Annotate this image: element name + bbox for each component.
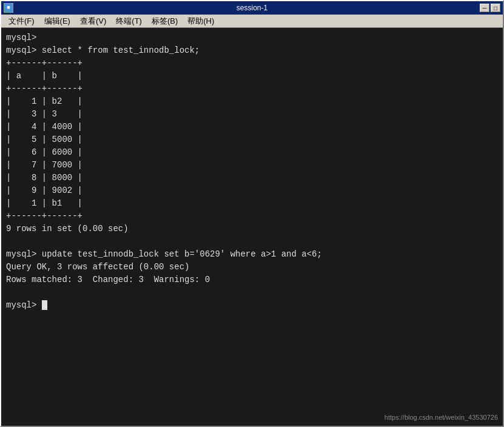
- maximize-button[interactable]: □: [491, 4, 500, 12]
- menu-help[interactable]: 帮助(H): [183, 15, 219, 28]
- menu-tabs[interactable]: 标签(B): [147, 15, 183, 28]
- menu-bar: 文件(F) 编辑(E) 查看(V) 终端(T) 标签(B) 帮助(H): [1, 15, 503, 28]
- menu-view[interactable]: 查看(V): [75, 15, 111, 28]
- title-bar: ■ session-1 ─ □: [1, 1, 503, 15]
- menu-terminal[interactable]: 终端(T): [111, 15, 147, 28]
- terminal-output: mysql> mysql> select * from test_innodb_…: [6, 32, 498, 312]
- window-icon: ■: [4, 3, 13, 13]
- window-title: session-1: [237, 4, 267, 12]
- menu-edit[interactable]: 编辑(E): [39, 15, 75, 28]
- title-bar-controls: ─ □: [480, 4, 500, 12]
- main-window: ■ session-1 ─ □ 文件(F) 编辑(E) 查看(V) 终端(T) …: [0, 0, 504, 427]
- terminal-area[interactable]: mysql> mysql> select * from test_innodb_…: [1, 28, 503, 426]
- watermark: https://blog.csdn.net/weixin_43530726: [385, 414, 498, 421]
- title-bar-left: ■: [4, 3, 13, 13]
- terminal-cursor: [42, 300, 47, 310]
- menu-file[interactable]: 文件(F): [4, 15, 39, 28]
- minimize-button[interactable]: ─: [480, 4, 489, 12]
